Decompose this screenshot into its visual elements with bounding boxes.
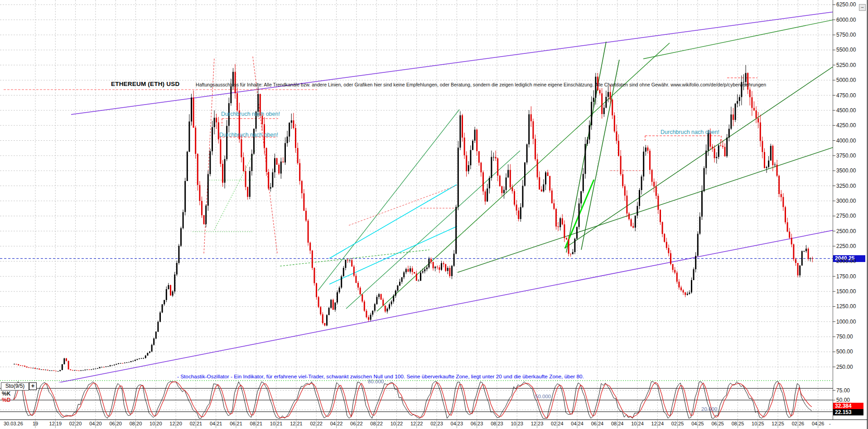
k-value-badge: 22.153	[833, 409, 863, 415]
x-axis-label: 12.24	[651, 421, 664, 426]
green-trend-1	[318, 110, 459, 291]
x-axis-label: 06.24	[591, 421, 604, 426]
x-axis-label: 08.23	[491, 421, 503, 426]
x-axis-label: 04.23	[451, 421, 463, 426]
y-axis-label: 1000.00	[836, 319, 856, 325]
disclaimer-text: Haftungsausschluss für Inhalte: Alle Tre…	[196, 82, 766, 87]
y-axis-label: 3250.00	[836, 183, 856, 189]
oscillator-level-label: 50.000	[535, 394, 551, 399]
green-right-lower	[458, 136, 868, 272]
x-axis-label: 12.20	[169, 421, 182, 426]
green-steep-2	[581, 60, 619, 250]
x-axis-label: 10.20	[149, 421, 162, 426]
x-axis-label: 06.22	[350, 421, 363, 426]
x-axis-label: 10.22	[391, 421, 403, 426]
x-axis-label: 08.20	[130, 421, 142, 426]
y-axis-label: 2750.00	[836, 213, 856, 219]
oscillator-name-box[interactable]: Sto(9/5)	[1, 382, 29, 391]
price-chart-canvas[interactable]	[0, 0, 868, 429]
x-axis-label: 02.25	[671, 421, 684, 426]
x-axis-label: 02.22	[310, 421, 323, 426]
x-axis-label: 10.24	[631, 421, 644, 426]
y-axis-label: 5750.00	[836, 32, 856, 38]
x-axis-label: 04.20	[89, 421, 102, 426]
y-axis-label: 4250.00	[836, 122, 856, 129]
x-axis-label: 04.25	[691, 421, 704, 426]
d-value-badge: 32.384	[833, 403, 863, 409]
minimize-button[interactable]: –	[859, 4, 866, 11]
breakout-annotation: Durchbruch nach oben!	[661, 129, 719, 135]
y-axis-label: 3500.00	[836, 167, 856, 174]
x-axis-label: 04.24	[571, 421, 583, 426]
y-axis-label: 3750.00	[836, 153, 856, 159]
oscillator-level-label: 80.000	[368, 379, 384, 384]
y-axis-label: 5000.00	[836, 77, 856, 83]
cyan-channel-top	[329, 185, 457, 258]
x-axis-label: 02.26	[792, 421, 805, 426]
x-axis-label: 12.21	[290, 421, 303, 426]
x-axis-label: 12.22	[410, 421, 423, 426]
x-axis-label: 08.24	[611, 421, 624, 426]
y-axis-label: 1500.00	[836, 288, 856, 295]
x-axis-label: 08.21	[250, 421, 263, 426]
x-axis-label: 02.21	[190, 421, 203, 426]
x-axis-label: 02.23	[430, 421, 443, 426]
x-axis-label: 12.19	[49, 421, 62, 426]
oscillator-axis-label: 75.00	[836, 387, 850, 394]
red-dashed-mid	[349, 186, 457, 225]
x-axis-label: 06.23	[471, 421, 483, 426]
y-axis-label: 4000.00	[836, 138, 856, 144]
k-series-label: %K	[2, 391, 10, 397]
x-axis-label: 04.21	[210, 421, 222, 426]
purple-channel-top	[71, 7, 868, 114]
x-axis-end-dash: -	[829, 421, 831, 426]
x-axis-label: 06.20	[109, 421, 122, 426]
chart-title: ETHEREUM (ETH) USD	[111, 81, 179, 87]
breakout-annotation: Durchbruch nach oben!	[221, 111, 280, 117]
x-axis-label: 10.23	[511, 421, 523, 426]
oscillator-axis-label: 50.00	[836, 397, 850, 403]
x-axis-label: 12.23	[531, 421, 544, 426]
y-axis-label: 1750.00	[836, 273, 856, 280]
x-axis-label: 12.25	[772, 421, 784, 426]
y-axis-label: 6000.00	[836, 17, 856, 23]
x-axis-label: 10.25	[752, 421, 764, 426]
y-axis-label: 6250.00	[836, 1, 856, 8]
y-axis-label: 1250.00	[836, 303, 856, 310]
x-axis-label: 02.24	[551, 421, 564, 426]
y-axis-label: 3000.00	[836, 198, 856, 204]
oscillator-add-button[interactable]: +	[29, 382, 37, 390]
y-axis-label: 250.00	[836, 364, 853, 370]
green-dashed-neckline	[280, 250, 429, 266]
y-axis-label: 2500.00	[836, 228, 856, 234]
x-axis-start-label: 30.03.26	[4, 421, 23, 426]
chart-window: ETHEREUM (ETH) USD Haftungsausschluss fü…	[0, 0, 868, 429]
green-trend-2	[346, 151, 520, 309]
x-axis-label: 19	[33, 421, 38, 426]
y-axis-label: 500.00	[836, 348, 853, 355]
y-axis-label: 4500.00	[836, 107, 856, 114]
y-axis-label: 2000.00	[836, 258, 856, 264]
x-axis-label: 06.25	[711, 421, 724, 426]
x-axis-label: 02.20	[69, 421, 82, 426]
x-axis-label: 10.21	[270, 421, 283, 426]
purple-channel-bottom	[0, 230, 833, 394]
x-axis-label: 06.21	[230, 421, 242, 426]
y-axis-label: 5500.00	[836, 47, 856, 53]
d-series-label: %D	[2, 397, 10, 403]
breakout-annotation: Durchbruch nach oben!	[219, 132, 278, 138]
green-right-upper	[565, 43, 868, 248]
y-axis-label: 5250.00	[836, 62, 856, 68]
x-axis-label: 04.26	[812, 421, 825, 426]
oscillator-level-label: 20.000	[701, 406, 717, 412]
x-axis-label: 08.22	[370, 421, 383, 426]
green-steep-1	[566, 42, 606, 253]
y-axis-label: 750.00	[836, 334, 853, 340]
y-axis-label: 2250.00	[836, 243, 856, 249]
y-axis-label: 4750.00	[836, 92, 856, 99]
x-axis-label: 08.25	[732, 421, 744, 426]
x-axis-label: 04.22	[330, 421, 343, 426]
